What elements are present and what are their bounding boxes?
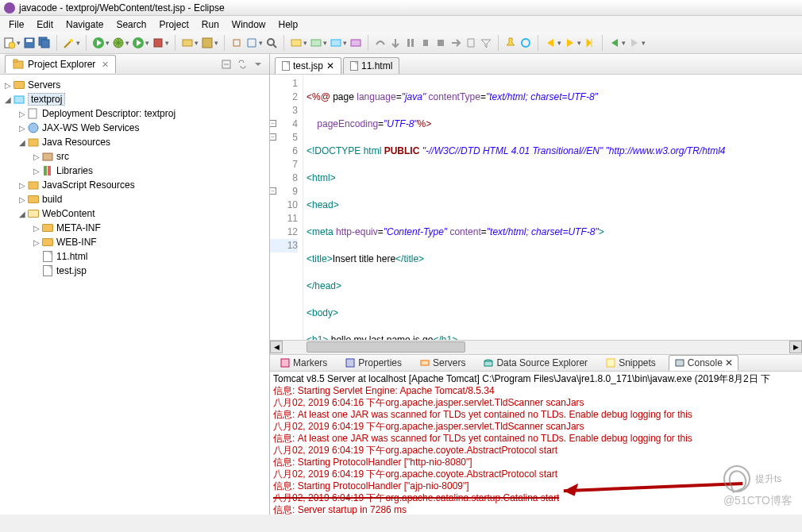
svg-rect-32 <box>44 166 47 175</box>
tab-11html[interactable]: 11.html <box>343 57 399 74</box>
close-icon[interactable]: ✕ <box>102 60 109 70</box>
tree-file-testjsp[interactable]: test.jsp <box>56 265 87 276</box>
tree-project[interactable]: textproj <box>28 93 65 106</box>
tree-jaxws[interactable]: JAX-WS Web Services <box>42 122 139 133</box>
next-edit-icon[interactable] <box>564 37 576 49</box>
editor-hscrollbar[interactable]: ◀ ▶ <box>270 340 802 354</box>
menu-help[interactable]: Help <box>273 17 304 30</box>
view-menu-icon[interactable] <box>252 58 264 71</box>
expand-icon[interactable]: ▷ <box>17 110 27 118</box>
nav-icon-4[interactable] <box>349 37 362 49</box>
open-task-icon[interactable] <box>245 37 258 49</box>
nav-icon-2[interactable] <box>310 37 322 49</box>
menu-file[interactable]: File <box>3 17 29 30</box>
tree-metainf[interactable]: META-INF <box>56 222 101 233</box>
tab-snippets[interactable]: Snippets <box>600 356 661 370</box>
expand-icon[interactable]: ▷ <box>32 167 41 175</box>
tab-console[interactable]: Console✕ <box>669 355 738 371</box>
project-explorer-tab[interactable]: Project Explorer ✕ <box>5 55 116 73</box>
code-content[interactable]: <%@ page language="java" contentType="te… <box>303 75 802 340</box>
close-icon[interactable]: ✕ <box>326 60 334 71</box>
nav-icon-3[interactable] <box>330 37 342 49</box>
step-into-icon[interactable] <box>389 37 402 49</box>
svg-point-14 <box>268 39 274 45</box>
collapse-icon[interactable]: ◢ <box>17 138 27 147</box>
resume-icon[interactable] <box>404 37 417 49</box>
package-icon[interactable] <box>201 37 214 49</box>
console-view[interactable]: Tomcat v8.5 Server at localhost [Apache … <box>270 372 802 515</box>
code-editor[interactable]: 123 4− 5− 678 9− 101112 13 <%@ page lang… <box>270 75 802 340</box>
tree-webinf[interactable]: WEB-INF <box>56 237 97 248</box>
tab-properties[interactable]: Properties <box>340 356 407 370</box>
expand-icon[interactable]: ▷ <box>17 181 27 190</box>
svg-rect-3 <box>26 39 33 42</box>
suspend-icon[interactable] <box>419 37 432 49</box>
collapse-all-icon[interactable] <box>220 58 233 71</box>
menu-navigate[interactable]: Navigate <box>60 17 109 30</box>
open-type-icon[interactable] <box>230 37 243 49</box>
menu-project[interactable]: Project <box>153 17 194 30</box>
menu-run[interactable]: Run <box>196 17 225 30</box>
expand-icon[interactable]: ▷ <box>32 224 41 233</box>
debug-icon[interactable] <box>112 37 125 49</box>
tree-jsres[interactable]: JavaScript Resources <box>42 179 135 191</box>
expand-icon[interactable]: ▷ <box>17 195 27 204</box>
tree-build[interactable]: build <box>42 194 62 205</box>
tree-javares[interactable]: Java Resources <box>42 137 110 148</box>
svg-rect-28 <box>29 109 37 118</box>
tree-libs[interactable]: Libraries <box>56 165 93 176</box>
nav-icon-1[interactable] <box>290 37 303 49</box>
collapse-icon[interactable]: ◢ <box>17 210 27 218</box>
scroll-right-icon[interactable]: ▶ <box>789 341 802 353</box>
toggle-icon[interactable] <box>519 37 532 49</box>
menu-search[interactable]: Search <box>110 17 152 30</box>
tree-dd[interactable]: Deployment Descriptor: textproj <box>42 108 175 119</box>
tree-servers[interactable]: Servers <box>28 79 60 91</box>
wand-icon[interactable] <box>63 37 75 49</box>
svg-rect-37 <box>421 360 429 365</box>
last-edit-icon[interactable] <box>584 37 596 49</box>
forward-icon[interactable] <box>628 37 641 49</box>
step-over-icon[interactable] <box>374 37 387 49</box>
run-icon[interactable] <box>92 37 105 49</box>
svg-rect-18 <box>351 40 361 46</box>
search-icon[interactable] <box>265 37 278 49</box>
prev-edit-icon[interactable] <box>544 37 557 49</box>
external-tools-icon[interactable] <box>152 37 164 49</box>
terminate-icon[interactable] <box>434 37 447 49</box>
scroll-left-icon[interactable]: ◀ <box>270 341 283 353</box>
link-editor-icon[interactable] <box>236 58 249 71</box>
pin-icon[interactable] <box>504 37 517 49</box>
main-toolbar: ▾ ▾ ▾ ▾ ▾ ▾ ▾ ▾ ▾ ▾ ▾ ▾ <box>0 32 802 54</box>
save-all-icon[interactable] <box>38 37 51 49</box>
svg-rect-20 <box>411 39 414 47</box>
collapse-icon[interactable]: ◢ <box>3 95 13 104</box>
tree-webcontent[interactable]: WebContent <box>42 208 95 219</box>
expand-icon[interactable]: ▷ <box>3 81 13 90</box>
step-return-icon[interactable] <box>449 37 462 49</box>
close-icon[interactable]: ✕ <box>725 357 733 368</box>
save-icon[interactable] <box>23 37 36 49</box>
tab-servers[interactable]: Servers <box>414 356 470 370</box>
drop-frame-icon[interactable] <box>465 37 477 49</box>
menu-window[interactable]: Window <box>226 17 272 30</box>
svg-rect-17 <box>331 40 341 46</box>
expand-icon[interactable]: ▷ <box>32 238 41 247</box>
tab-testjsp[interactable]: test.jsp ✕ <box>275 57 341 74</box>
console-line: 八月02, 2019 6:04:16 下午org.apache.jasper.s… <box>273 397 799 409</box>
tree-src[interactable]: src <box>56 151 69 162</box>
new-server-icon[interactable] <box>181 37 194 49</box>
run-last-icon[interactable] <box>132 37 145 49</box>
menu-edit[interactable]: Edit <box>31 17 59 30</box>
new-icon[interactable] <box>3 37 16 49</box>
svg-rect-19 <box>407 39 410 47</box>
expand-icon[interactable]: ▷ <box>17 124 27 133</box>
expand-icon[interactable]: ▷ <box>32 152 41 161</box>
svg-rect-34 <box>29 182 38 189</box>
scroll-thumb[interactable] <box>307 341 465 353</box>
step-filter-icon[interactable] <box>480 37 492 49</box>
tree-file-11html[interactable]: 11.html <box>56 251 87 262</box>
tab-dse[interactable]: Data Source Explorer <box>478 356 592 370</box>
back-icon[interactable] <box>608 37 621 49</box>
tab-markers[interactable]: Markers <box>275 356 332 370</box>
